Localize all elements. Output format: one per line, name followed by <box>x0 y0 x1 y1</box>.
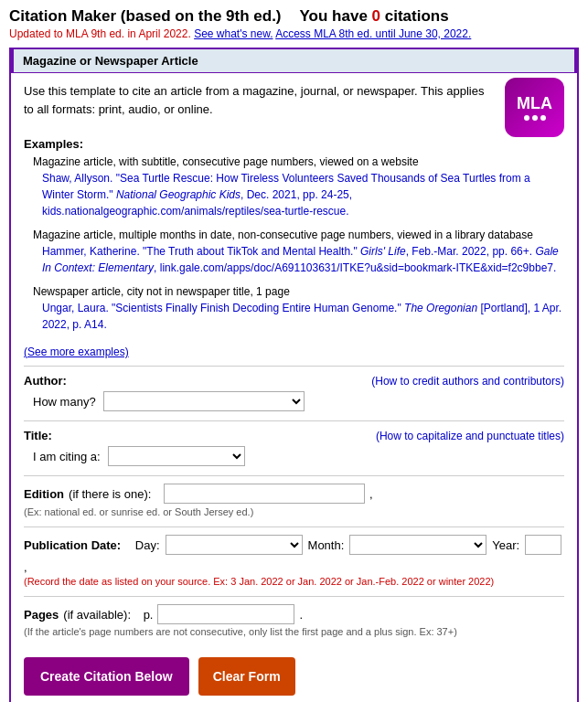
see-more-link[interactable]: (See more examples) <box>24 346 129 358</box>
year-input[interactable] <box>525 535 561 555</box>
edition-label-suffix: (if there is one): <box>69 487 151 501</box>
day-label: Day: <box>135 538 160 552</box>
divider-4 <box>24 526 564 527</box>
pages-hint: (If the article's page numbers are not c… <box>24 626 564 637</box>
how-many-label: How many? <box>33 395 96 409</box>
example-desc-1: Magazine article, with subtitle, consecu… <box>33 155 564 168</box>
badge-dot <box>540 115 546 121</box>
citations-count-label: You have 0 citations <box>300 7 449 26</box>
month-select[interactable] <box>349 535 486 555</box>
divider-2 <box>24 420 564 421</box>
edition-comma: , <box>369 487 373 501</box>
pubdate-label: Publication Date: <box>24 538 121 552</box>
divider-5 <box>24 596 564 597</box>
pages-input[interactable] <box>157 604 294 624</box>
clear-form-button[interactable]: Clear Form <box>198 657 295 696</box>
example-desc-2: Magazine article, multiple months in dat… <box>33 229 564 241</box>
article-tab[interactable]: Magazine or Newspaper Article <box>11 49 577 73</box>
pages-suffix: (if available): <box>63 608 131 622</box>
author-label: Author: <box>24 374 67 388</box>
citing-label: I am citing a: <box>33 450 101 463</box>
month-label: Month: <box>308 538 345 552</box>
mla-badge-text: MLA <box>517 94 552 113</box>
day-select[interactable] <box>166 535 303 555</box>
pages-label: Pages <box>24 608 59 622</box>
example-cite-2: Hammer, Katherine. "The Truth about TikT… <box>33 243 564 276</box>
example-cite-1: Shaw, Allyson. "Sea Turtle Rescue: How T… <box>33 170 564 219</box>
edition-input[interactable] <box>164 484 365 504</box>
p-label: p. <box>144 608 154 622</box>
badge-dot <box>532 115 538 121</box>
citing-select[interactable]: article journal article <box>108 446 245 466</box>
mla8-link[interactable]: Access MLA 8th ed. until June 30, 2022. <box>275 27 471 40</box>
how-many-select[interactable]: 1 2 3+ <box>103 391 305 411</box>
example-cite-3: Ungar, Laura. "Scientists Finally Finish… <box>33 300 564 333</box>
tab-label: Magazine or Newspaper Article <box>23 54 198 68</box>
badge-dot <box>524 115 529 121</box>
author-hint[interactable]: (How to credit authors and contributors) <box>371 375 564 388</box>
pubdate-hint: (Record the date as listed on your sourc… <box>24 576 564 587</box>
year-label: Year: <box>492 538 519 552</box>
update-notice: Updated to MLA 9th ed. in April 2022. Se… <box>9 27 579 40</box>
whats-new-link[interactable]: See what's new. <box>194 27 273 40</box>
title-hint[interactable]: (How to capitalize and punctuate titles) <box>376 430 564 442</box>
intro-text: Use this template to cite an article fro… <box>24 82 564 118</box>
mla-badge: MLA <box>505 78 564 137</box>
pages-period: . <box>299 608 303 622</box>
example-desc-3: Newspaper article, city not in newspaper… <box>33 285 564 298</box>
citations-count: 0 <box>372 7 380 25</box>
title-label: Title: <box>24 429 52 442</box>
divider-1 <box>24 366 564 367</box>
divider-3 <box>24 475 564 476</box>
create-citation-button[interactable]: Create Citation Below <box>24 657 189 696</box>
page-title: Citation Maker (based on the 9th ed.) <box>9 7 282 26</box>
edition-label: Edition <box>24 487 64 501</box>
edition-hint: (Ex: national ed. or sunrise ed. or Sout… <box>24 506 564 517</box>
examples-label: Examples: <box>24 137 564 151</box>
year-comma: , <box>24 560 27 574</box>
